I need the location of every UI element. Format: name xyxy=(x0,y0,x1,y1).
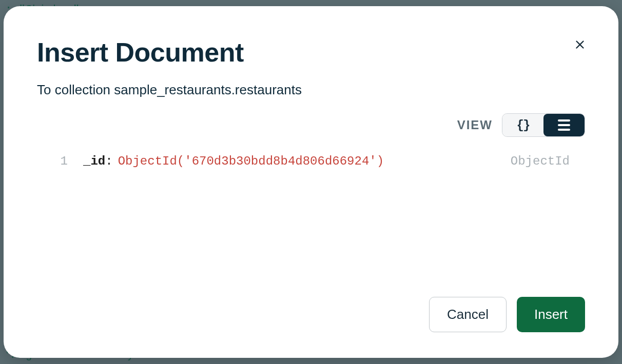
view-list-button[interactable] xyxy=(543,114,585,136)
view-toggle-row: VIEW {} xyxy=(37,113,585,137)
document-editor[interactable]: 1 _id: ObjectId('670d3b30bdd8b4d806d6692… xyxy=(37,152,585,297)
colon: : xyxy=(105,152,112,171)
view-json-button[interactable]: {} xyxy=(502,114,543,136)
list-icon xyxy=(558,119,570,131)
braces-icon: {} xyxy=(517,118,530,132)
close-icon xyxy=(573,37,587,52)
field-value[interactable]: ObjectId('670d3b30bdd8b4d806d66924') xyxy=(118,152,384,171)
insert-document-modal: Insert Document To collection sample_res… xyxy=(4,6,618,358)
view-toggle: {} xyxy=(502,113,585,137)
modal-subtitle: To collection sample_restaurants.restaur… xyxy=(37,82,585,98)
type-hint[interactable]: ObjectId xyxy=(511,152,585,171)
line-content[interactable]: _id: ObjectId('670d3b30bdd8b4d806d66924'… xyxy=(83,152,585,171)
collection-name: sample_restaurants.restaurants xyxy=(114,82,302,97)
editor-line: 1 _id: ObjectId('670d3b30bdd8b4d806d6692… xyxy=(37,152,585,171)
action-buttons: Cancel Insert xyxy=(37,297,585,332)
subtitle-prefix: To collection xyxy=(37,82,114,97)
field-key: _id xyxy=(83,152,105,171)
insert-button[interactable]: Insert xyxy=(517,297,585,332)
line-number: 1 xyxy=(37,152,68,171)
view-label: VIEW xyxy=(457,118,493,132)
close-button[interactable] xyxy=(570,34,590,55)
modal-title: Insert Document xyxy=(37,37,585,68)
cancel-button[interactable]: Cancel xyxy=(429,297,507,332)
